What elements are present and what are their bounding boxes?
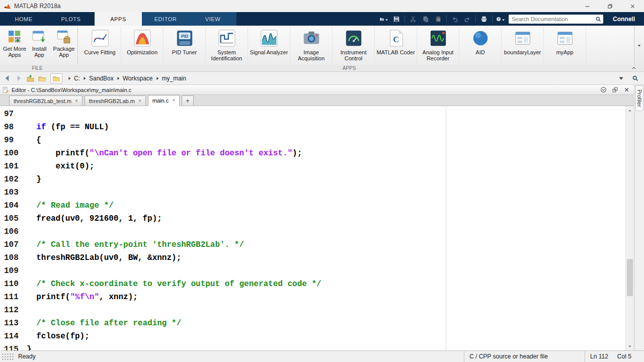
code-line-97[interactable]: 97	[0, 108, 625, 121]
breadcrumb-segment-c[interactable]: C:	[73, 75, 81, 82]
code-line-104[interactable]: 104 /* Read image */	[0, 199, 625, 212]
profiler-tab[interactable]: Profiler	[635, 85, 643, 111]
restore-button[interactable]	[599, 0, 621, 12]
new-tab-button[interactable]: +	[182, 96, 194, 106]
app-label: PID Tuner	[172, 49, 197, 55]
code-line-109[interactable]: 109	[0, 264, 625, 278]
code-line-110[interactable]: 110 /* Check x-coordinate to verify outp…	[0, 278, 625, 291]
help-icon[interactable]: ?	[496, 15, 505, 24]
analog-input-recorder-icon	[429, 29, 448, 48]
app-get-more-apps[interactable]: Get More Apps	[3, 27, 26, 65]
breadcrumb-arrow-icon[interactable]	[115, 76, 122, 80]
code-line-99[interactable]: 99 {	[0, 134, 625, 147]
app-image-acquisition[interactable]: Image Acquisition	[290, 27, 333, 65]
code-line-98[interactable]: 98 if (fp == NULL)	[0, 121, 625, 134]
search-folder-icon[interactable]	[630, 73, 640, 83]
code-line-106[interactable]: 106	[0, 225, 625, 238]
app-pid-tuner[interactable]: PIDPID Tuner	[164, 27, 206, 65]
code-line-107[interactable]: 107 /* Call the entry-point 'threshRGB2L…	[0, 238, 625, 251]
toolstrip-tab-plots[interactable]: PLOTS	[47, 12, 95, 26]
ribbon-collapse-button[interactable]	[624, 65, 644, 71]
code-line-103[interactable]: 103	[0, 186, 625, 199]
editor-titlebar-actions	[600, 86, 630, 93]
editor-actions-icon[interactable]	[600, 86, 607, 93]
toolstrip-tab-home[interactable]: HOME	[0, 12, 47, 26]
app-matlab-coder[interactable]: CMATLAB Coder	[375, 27, 417, 65]
recent-folders-dropdown-icon[interactable]	[616, 73, 626, 83]
code-line-101[interactable]: 101 exit(0);	[0, 160, 625, 173]
copy-icon[interactable]	[421, 15, 430, 24]
toolstrip-tab-view[interactable]: VIEW	[189, 12, 236, 26]
code-line-102[interactable]: 102 }	[0, 173, 625, 186]
save-icon[interactable]	[392, 15, 401, 24]
line-number: 101	[0, 160, 27, 173]
code-line-115[interactable]: 115}	[0, 343, 625, 350]
undock-icon[interactable]	[612, 86, 618, 93]
user-account-button[interactable]: Connell	[607, 12, 641, 26]
toolstrip-tab-editor[interactable]: EDITOR	[142, 12, 189, 26]
breadcrumb-arrow-icon[interactable]	[66, 76, 73, 80]
breadcrumb-arrow-icon[interactable]	[81, 76, 88, 80]
shortcut-c-icon[interactable]: C	[379, 15, 388, 24]
app-optimization[interactable]: Optimization	[121, 27, 164, 65]
editor-vertical-scrollbar[interactable]	[625, 106, 634, 350]
app-analog-input-recorder[interactable]: Analog Input Recorder	[417, 27, 459, 65]
app-signal-analyzer[interactable]: Signal Analyzer	[248, 27, 290, 65]
code-line-105[interactable]: 105 fread(uv0, 921600, 1, fp);	[0, 212, 625, 225]
code-line-111[interactable]: 111 printf("%f\n", xnnz);	[0, 291, 625, 304]
app-system-identification[interactable]: System Identification	[206, 27, 248, 65]
app-curve-fitting[interactable]: Curve Fitting	[79, 27, 121, 65]
app-install-app[interactable]: Install App	[28, 27, 51, 65]
current-folder-icon[interactable]	[50, 73, 62, 83]
scrollbar-thumb[interactable]	[627, 259, 633, 296]
code-area[interactable]: 9798 if (fp == NULL)99 {100 printf("\nCa…	[0, 106, 625, 350]
scroll-down-icon[interactable]	[626, 342, 634, 350]
minimize-button[interactable]	[576, 0, 599, 12]
code-line-114[interactable]: 114 fclose(fp);	[0, 330, 625, 343]
back-icon[interactable]	[2, 73, 12, 83]
svg-text:C: C	[393, 35, 399, 44]
app-boundarylayer[interactable]: boundaryLayer	[502, 27, 544, 65]
browse-for-folder-icon[interactable]	[37, 73, 47, 83]
app-instrument-control[interactable]: Instrument Control	[333, 27, 375, 65]
package-app-icon	[56, 29, 72, 45]
close-window-button[interactable]	[621, 0, 644, 12]
breadcrumb-arrow-icon[interactable]	[154, 76, 161, 80]
redo-icon[interactable]	[463, 15, 472, 24]
code-line-113[interactable]: 113 /* Close file after reading */	[0, 317, 625, 330]
up-one-level-icon[interactable]	[25, 73, 35, 83]
gallery-expand-button[interactable]	[634, 26, 644, 65]
document-tab-threshrgb2lab-m[interactable]: threshRGB2Lab.m×	[85, 96, 146, 106]
line-content: }	[27, 173, 41, 186]
tab-close-icon[interactable]: ×	[75, 99, 78, 104]
print-icon[interactable]	[479, 15, 489, 24]
undo-icon[interactable]	[450, 15, 459, 24]
search-input[interactable]	[512, 16, 595, 22]
app-label: boundaryLayer	[504, 49, 541, 55]
breadcrumb-segment-workspace[interactable]: Workspace	[122, 75, 154, 82]
search-icon[interactable]	[595, 16, 601, 22]
document-tab-threshrgb2lab-test-m[interactable]: threshRGB2Lab_test.m×	[9, 96, 83, 106]
line-content: /* Call the entry-point 'threshRGB2Lab'.…	[27, 238, 244, 251]
code-line-112[interactable]: 112	[0, 304, 625, 317]
app-myapp[interactable]: myApp	[544, 27, 586, 65]
right-sidebar: Profiler	[634, 85, 644, 350]
code-line-100[interactable]: 100 printf("\nCan't open file or file do…	[0, 147, 625, 160]
breadcrumb-segment-sandbox[interactable]: SandBox	[88, 75, 115, 82]
app-aid[interactable]: AID	[459, 27, 502, 65]
generic-app-icon	[555, 29, 575, 48]
tab-close-icon[interactable]: ×	[138, 99, 141, 104]
close-editor-icon[interactable]	[623, 86, 630, 93]
cut-icon[interactable]	[409, 15, 418, 24]
tab-close-icon[interactable]: ×	[172, 98, 175, 103]
document-tab-main-c[interactable]: main.c×	[148, 95, 180, 106]
forward-icon[interactable]	[14, 73, 24, 83]
app-package-app[interactable]: Package App	[52, 27, 75, 65]
app-label: Package App	[52, 46, 75, 58]
code-line-108[interactable]: 108 threshRGB2Lab(uv0, BW, &xnnz);	[0, 251, 625, 264]
scroll-up-icon[interactable]	[626, 106, 634, 115]
breadcrumb-segment-my-main[interactable]: my_main	[161, 75, 188, 82]
paste-icon[interactable]	[434, 15, 443, 24]
apps-group-label: APPS	[74, 65, 624, 71]
toolstrip-tab-apps[interactable]: APPS	[95, 12, 142, 26]
